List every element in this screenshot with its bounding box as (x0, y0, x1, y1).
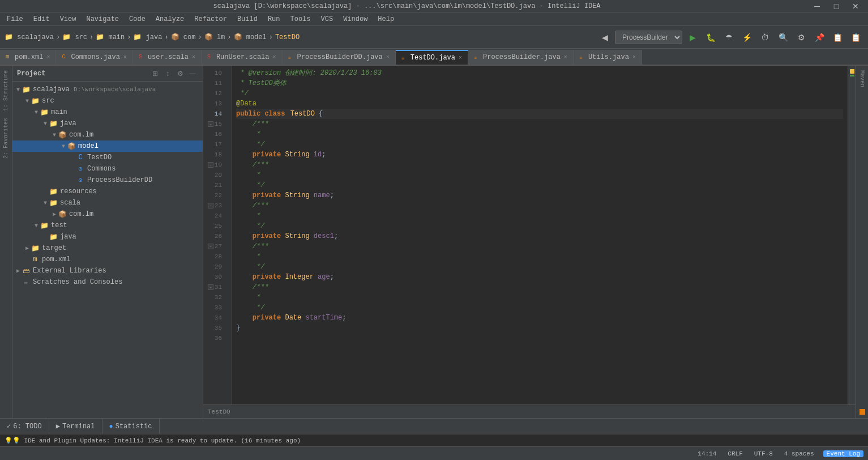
tree-item-processbuilderdd[interactable]: ⊙ ProcessBuilderDD (12, 174, 203, 186)
sidebar-sort-btn[interactable]: ↕ (162, 68, 173, 79)
settings-button[interactable]: ⚙ (793, 29, 809, 45)
tab-user-scala[interactable]: S user.scala × (133, 50, 202, 65)
tree-item-main[interactable]: ▼ 📁 main (12, 107, 203, 118)
menu-refactor[interactable]: Refactor (190, 14, 232, 24)
status-line-ending[interactable]: CRLF (725, 450, 745, 457)
profile-button[interactable]: ⏱ (757, 29, 773, 45)
notification-text: 💡 IDE and Plugin Updates: IntelliJ IDEA … (12, 437, 301, 444)
code-line-25: */ (236, 221, 843, 231)
bottom-tab-statistic[interactable]: ● Statistic (102, 419, 160, 434)
breadcrumb-testdo[interactable]: TestDO (275, 33, 300, 41)
tab-close-icon[interactable]: × (123, 54, 127, 61)
tree-item-comlm[interactable]: ▼ 📦 com.lm (12, 129, 203, 140)
tab-testdo[interactable]: ☕ TestDO.java × (396, 50, 468, 65)
fold-button[interactable]: - (208, 244, 213, 249)
breadcrumb-src[interactable]: 📁 src (62, 33, 87, 41)
tab-close-icon[interactable]: × (273, 54, 276, 61)
event-log-badge[interactable]: Event Log (823, 450, 863, 457)
tab-commons[interactable]: C Commons.java × (56, 50, 132, 65)
tree-item-scratches[interactable]: ▶ ✏ Scratches and Consoles (12, 276, 203, 288)
back-button[interactable]: ◀ (597, 29, 613, 45)
status-position[interactable]: 14:14 (695, 450, 719, 457)
tree-item-commons[interactable]: ⊙ Commons (12, 163, 203, 174)
status-encoding[interactable]: UTF-8 (752, 450, 775, 457)
tab-utils[interactable]: ☕ Utils.java × (574, 50, 642, 65)
tab-close-icon[interactable]: × (192, 54, 195, 61)
line-num-14: 14 (203, 109, 226, 119)
tab-close-icon[interactable]: × (459, 55, 462, 61)
run-config-dropdown[interactable]: ProcessBuilder (615, 31, 682, 44)
tree-item-test-java[interactable]: ▶ 📁 java (12, 231, 203, 242)
fold-button[interactable]: - (208, 284, 213, 290)
tab-close-icon[interactable]: × (386, 54, 390, 61)
tree-item-target[interactable]: ▶ 📁 target (12, 242, 203, 254)
fold-button[interactable]: - (208, 203, 213, 208)
tab-label: RunUser.scala (216, 53, 270, 61)
tree-item-test[interactable]: ▼ 📁 test (12, 220, 203, 231)
fold-button[interactable]: - (208, 162, 213, 168)
tree-item-scala-comlm[interactable]: ▶ 📦 com.lm (12, 208, 203, 220)
folder-icon: 📁 (31, 244, 40, 253)
breadcrumb-lm[interactable]: 📦 lm (204, 33, 225, 41)
maven-panel-btn[interactable]: Maven (858, 68, 866, 90)
fold-button[interactable]: - (208, 121, 213, 127)
structure-panel-btn[interactable]: 1: Structure (2, 68, 10, 113)
breadcrumb-model[interactable]: 📦 model (234, 33, 267, 41)
menu-analyze[interactable]: Analyze (151, 14, 189, 24)
favorites-panel-btn[interactable]: 2: Favorites (2, 116, 10, 161)
close-button[interactable]: ✕ (848, 0, 863, 14)
run-button[interactable]: ▶ (685, 29, 700, 45)
menu-run[interactable]: Run (263, 14, 285, 24)
coverage-button[interactable]: ☂ (721, 29, 737, 45)
bottom-tab-todo[interactable]: ✓ 6: TODO (0, 419, 49, 434)
sidebar-layout-btn[interactable]: ⊞ (149, 68, 161, 79)
tab-runuser[interactable]: S RunUser.scala × (202, 50, 283, 65)
menu-edit[interactable]: Edit (29, 14, 54, 24)
tab-processbuilder[interactable]: ☕ ProcessBuilder.java × (468, 50, 574, 65)
terminal-icon: ▶ (56, 422, 60, 431)
breadcrumb-project[interactable]: 📁 scalajava (5, 33, 54, 41)
tab-processbuilderdd[interactable]: ☕ ProcessBuilderDD.java × (283, 50, 396, 65)
status-indent[interactable]: 4 spaces (782, 450, 816, 457)
bookmark3-button[interactable]: 📋 (848, 29, 863, 45)
bookmark1-button[interactable]: 📌 (811, 29, 827, 45)
tab-close-icon[interactable]: × (564, 54, 567, 61)
run-anything-button[interactable]: ⚡ (739, 29, 755, 45)
tree-item-model[interactable]: ▼ 📦 model (12, 140, 203, 152)
menu-file[interactable]: File (2, 14, 28, 24)
breadcrumb-java[interactable]: 📁 java (133, 33, 162, 41)
tree-item-scala[interactable]: ▼ 📁 scala (12, 197, 203, 208)
tab-pomxml[interactable]: m pom.xml × (0, 50, 56, 65)
menu-build[interactable]: Build (233, 14, 262, 24)
menu-view[interactable]: View (55, 14, 81, 24)
debug-button[interactable]: 🐛 (703, 29, 719, 45)
menu-window[interactable]: Window (339, 14, 372, 24)
tree-item-resources[interactable]: ▶ 📁 resources (12, 186, 203, 197)
menu-code[interactable]: Code (125, 14, 150, 24)
menu-tools[interactable]: Tools (286, 14, 315, 24)
code-line-21: */ (236, 180, 843, 190)
tab-close-icon[interactable]: × (46, 54, 50, 61)
menu-help[interactable]: Help (373, 14, 399, 24)
sidebar-close-btn[interactable]: — (187, 68, 198, 79)
tree-item-external-libs[interactable]: ▶ 🗃 External Libraries (12, 265, 203, 276)
menu-navigate[interactable]: Navigate (82, 14, 123, 24)
folder-icon: 📁 (49, 232, 58, 241)
tab-close-icon[interactable]: × (632, 54, 636, 61)
sidebar-settings-btn[interactable]: ⚙ (174, 68, 186, 79)
tree-item-testdo[interactable]: C TestDO (12, 152, 203, 163)
maximize-button[interactable]: □ (828, 0, 844, 14)
minimize-button[interactable]: ─ (809, 0, 825, 14)
bookmark2-button[interactable]: 📋 (829, 29, 845, 45)
tree-item-pomxml[interactable]: ▶ m pom.xml (12, 254, 203, 265)
tree-item-java[interactable]: ▼ 📁 java (12, 118, 203, 129)
code-content[interactable]: * @version 创建时间: 2020/1/23 16:03 * TestD… (232, 66, 848, 404)
tree-item-src[interactable]: ▼ 📁 src (12, 95, 203, 107)
breadcrumb-main[interactable]: 📁 main (96, 33, 125, 41)
find-button[interactable]: 🔍 (775, 29, 791, 45)
lib-icon: 🗃 (22, 266, 31, 275)
tree-item-scalajava[interactable]: ▼ 📁 scalajava D:\workspace\scalajava (12, 84, 203, 95)
breadcrumb-com[interactable]: 📦 com (171, 33, 196, 41)
menu-vcs[interactable]: VCS (317, 14, 338, 24)
bottom-tab-terminal[interactable]: ▶ Terminal (49, 419, 102, 434)
